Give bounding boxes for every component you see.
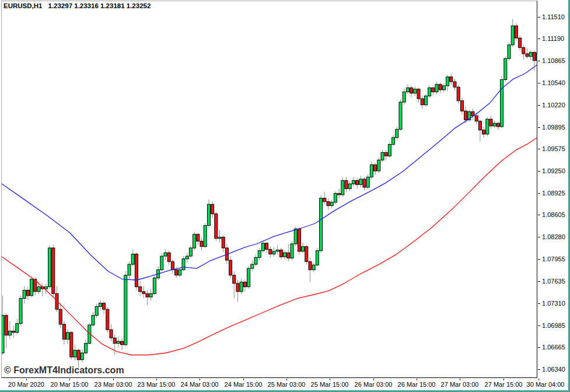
candle-up xyxy=(511,26,514,45)
price-tick xyxy=(538,347,540,348)
price-tick xyxy=(538,259,540,260)
price-tick xyxy=(538,193,540,194)
chart-title: EURUSD,H11.23297 1.23316 1.23181 1.23252 xyxy=(4,2,151,9)
candle-up xyxy=(117,341,120,344)
candle-down xyxy=(197,235,200,242)
candle-up xyxy=(186,256,188,259)
candle-down xyxy=(475,116,478,121)
candle-up xyxy=(504,58,507,79)
candle-up xyxy=(370,165,373,177)
candle-up xyxy=(428,88,431,96)
candle-up xyxy=(424,96,427,105)
price-tick-label: 1.06985 xyxy=(542,322,565,329)
candlestick-canvas[interactable] xyxy=(0,0,570,392)
candle-up xyxy=(392,138,395,145)
time-tick xyxy=(243,379,244,380)
candle-up xyxy=(164,253,167,256)
candle-up xyxy=(37,287,40,292)
candle-down xyxy=(356,180,359,184)
candle-down xyxy=(450,77,453,82)
candle-up xyxy=(1,316,4,353)
candle-down xyxy=(533,52,536,61)
price-tick-label: 1.11510 xyxy=(542,13,565,20)
candle-down xyxy=(110,330,113,338)
candle-up xyxy=(508,45,510,58)
time-tick xyxy=(113,379,114,380)
candle-down xyxy=(464,111,467,120)
candle-down xyxy=(287,253,290,258)
price-tick xyxy=(538,83,540,83)
candle-up xyxy=(207,204,210,225)
candle-up xyxy=(92,316,95,325)
candle-up xyxy=(67,332,69,340)
candle-up xyxy=(406,88,409,92)
time-tick xyxy=(503,379,504,380)
candle-down xyxy=(279,250,282,257)
symbol-timeframe-label: EURUSD,H1 xyxy=(4,2,42,9)
candle-down xyxy=(200,241,203,246)
candle-up xyxy=(218,237,221,238)
price-tick-label: 1.06665 xyxy=(542,344,565,351)
candle-down xyxy=(309,261,312,270)
time-tick-label: 20 Mar 2020 xyxy=(8,381,44,388)
slow-ma-line xyxy=(0,138,537,355)
price-tick-label: 1.10540 xyxy=(542,79,565,86)
candle-down xyxy=(121,341,124,345)
candle-up xyxy=(124,275,127,345)
candle-up xyxy=(95,307,98,316)
candle-up xyxy=(377,160,380,171)
candle-up xyxy=(8,331,11,335)
candle-down xyxy=(12,331,15,332)
time-tick-label: 25 Mar 03:00 xyxy=(268,381,306,388)
candle-up xyxy=(366,177,369,188)
ohlc-readout: 1.23297 1.23316 1.23181 1.23252 xyxy=(48,2,151,9)
price-tick xyxy=(538,171,540,172)
candle-down xyxy=(135,254,138,287)
candle-down xyxy=(113,338,116,343)
candle-down xyxy=(142,292,145,294)
price-tick-label: 1.09250 xyxy=(542,167,565,174)
candle-down xyxy=(171,261,174,270)
candle-up xyxy=(442,86,445,90)
candle-up xyxy=(85,344,88,353)
candle-up xyxy=(341,180,344,195)
time-tick xyxy=(156,379,157,380)
candle-down xyxy=(233,275,236,284)
candle-up xyxy=(316,251,319,265)
candle-down xyxy=(323,198,326,202)
candle-up xyxy=(493,123,496,126)
candle-up xyxy=(16,324,19,332)
candle-up xyxy=(276,250,279,251)
candle-up xyxy=(261,243,264,251)
candle-up xyxy=(149,293,152,297)
price-tick-label: 1.08280 xyxy=(542,233,565,240)
time-tick-label: 23 Mar 15:00 xyxy=(138,381,176,388)
time-tick xyxy=(417,379,417,380)
candle-down xyxy=(460,101,463,111)
candle-up xyxy=(435,85,438,92)
price-tick-label: 1.11190 xyxy=(542,35,564,42)
candle-up xyxy=(30,279,33,296)
candle-up xyxy=(182,259,185,270)
price-tick xyxy=(538,61,540,61)
time-tick-label: 24 Mar 03:00 xyxy=(181,381,219,388)
candle-down xyxy=(211,204,214,214)
candle-down xyxy=(478,121,481,130)
candle-down xyxy=(146,293,149,297)
price-tick-label: 1.08925 xyxy=(542,190,565,197)
candle-up xyxy=(403,92,405,103)
price-tick xyxy=(538,149,540,149)
candle-down xyxy=(222,237,225,248)
candle-down xyxy=(77,350,80,359)
time-tick-label: 25 Mar 15:00 xyxy=(311,381,349,388)
price-tick xyxy=(538,303,540,304)
candle-up xyxy=(396,130,398,138)
candle-down xyxy=(522,48,525,54)
candle-down xyxy=(70,332,73,357)
price-tick xyxy=(538,127,540,128)
time-tick-label: 26 Mar 15:00 xyxy=(398,381,436,388)
price-tick xyxy=(538,38,540,39)
time-tick-label: 20 Mar 15:00 xyxy=(51,381,89,388)
candle-down xyxy=(421,99,424,105)
candle-up xyxy=(74,350,76,357)
